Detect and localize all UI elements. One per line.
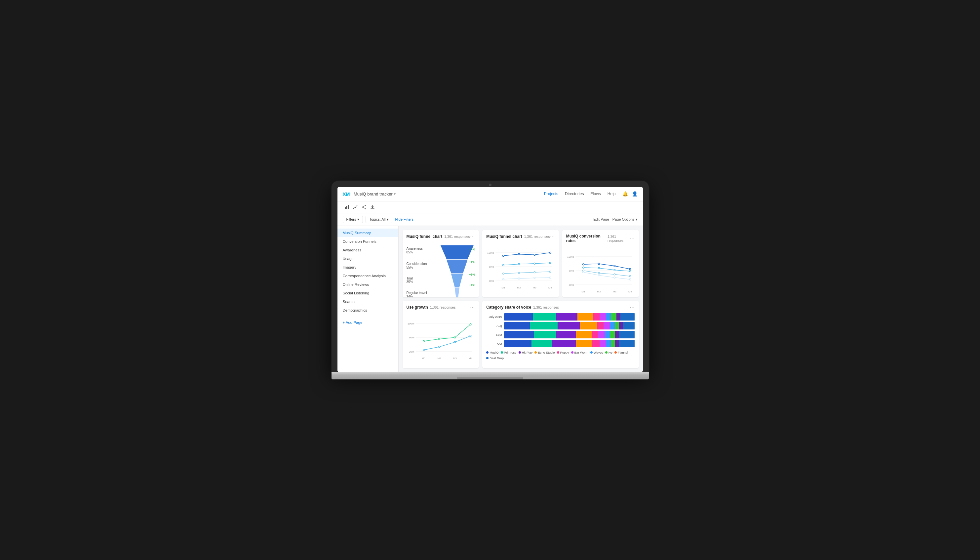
bar-seg-beatdrop-sept [619, 331, 635, 338]
conversion-rates-title: MusiQ conversion rates [566, 234, 606, 243]
chevron-down-icon[interactable]: ▾ [394, 192, 395, 196]
svg-point-57 [598, 267, 600, 269]
bar-seg-musiq-aug [504, 322, 530, 330]
sidebar-item-usage[interactable]: Usage [337, 254, 398, 263]
share-icon[interactable] [360, 203, 368, 211]
use-growth-svg: 100% 60% 20% M1 M2 M3 M4 [407, 313, 475, 368]
bell-icon[interactable]: 🔔 [622, 191, 628, 197]
svg-line-7 [363, 207, 365, 208]
bar-seg-poppy-sept [591, 331, 598, 338]
sidebar-item-awareness[interactable]: Awareness [337, 246, 398, 254]
bar-label-aug: Aug [486, 324, 502, 327]
funnel-label-awareness: Awareness 85% [407, 242, 436, 258]
nav-directories[interactable]: Directories [565, 192, 584, 196]
funnel-line-chart-header: MusiQ funnel chart 1,361 responses ··· [486, 234, 555, 239]
svg-point-65 [598, 275, 600, 276]
category-share-title: Category share of voice [486, 305, 531, 310]
svg-text:100%: 100% [487, 251, 494, 254]
download-icon[interactable] [369, 203, 377, 211]
funnel-chart-title: MusiQ funnel chart [407, 234, 443, 239]
bar-seg-poppy-july [593, 313, 600, 320]
svg-point-61 [598, 272, 600, 274]
svg-point-59 [630, 270, 631, 272]
bar-label-oct: Oct [486, 342, 502, 345]
bar-seg-poppy-aug [597, 322, 603, 330]
category-share-menu[interactable]: ··· [630, 305, 635, 310]
nav-icons: 🔔 👤 [622, 191, 638, 197]
legend-beatdrop: Beat Drop [486, 356, 504, 360]
bar-seg-waves-july [606, 313, 611, 320]
svg-point-64 [582, 271, 584, 273]
hide-filters-link[interactable]: Hide Filters [395, 217, 414, 221]
use-growth-card: Use growth 1,361 responses ··· 100% 60% [403, 301, 479, 368]
svg-point-84 [454, 342, 455, 343]
nav-projects[interactable]: Projects [544, 192, 558, 196]
svg-point-52 [582, 263, 584, 265]
bar-row-oct: Oct [486, 340, 635, 347]
toolbar [337, 202, 643, 213]
sidebar-item-search[interactable]: Search [337, 297, 398, 306]
use-growth-menu[interactable]: ··· [470, 305, 475, 310]
bar-seg-ivy-oct [611, 340, 615, 347]
sidebar-item-correspondence-analysis[interactable]: Correspondence Analysis [337, 272, 398, 280]
svg-text:M4: M4 [548, 286, 552, 289]
xm-logo[interactable]: XM [343, 191, 350, 197]
edit-page-link[interactable]: Edit Page [593, 217, 609, 222]
page-options-chevron-icon: ▾ [636, 217, 638, 222]
svg-text:M2: M2 [597, 290, 601, 293]
nav-help[interactable]: Help [608, 192, 616, 196]
funnel-container: Awareness 85% Consideration 55% Trial [407, 242, 475, 297]
bar-seg-primrose-aug [530, 322, 558, 330]
user-icon[interactable]: 👤 [632, 191, 638, 197]
nav-right: Projects Directories Flows Help 🔔 👤 [544, 191, 638, 197]
topics-button[interactable]: Topics: All ▾ [365, 216, 392, 223]
bar-chart-icon[interactable] [343, 203, 350, 211]
bar-seg-primrose-july [533, 313, 556, 320]
svg-rect-0 [345, 207, 346, 209]
line-chart-icon[interactable] [351, 203, 359, 211]
topics-label: Topics: All [369, 217, 385, 221]
category-share-responses: 1,361 responses [533, 305, 559, 309]
bar-seg-hitplay-aug [558, 322, 580, 330]
svg-point-26 [503, 255, 504, 257]
bar-seg-flannel-oct [615, 340, 619, 347]
bar-track-sept [504, 331, 635, 338]
svg-point-32 [534, 263, 535, 264]
add-page-button[interactable]: + Add Page [337, 317, 398, 328]
category-share-bars: July 2019 [486, 313, 635, 347]
conversion-rates-header: MusiQ conversion rates 1,361 responses ·… [566, 234, 635, 243]
sidebar-item-demographics[interactable]: Demographics [337, 306, 398, 315]
sidebar-item-social-listening[interactable]: Social Listening [337, 289, 398, 297]
bar-seg-echo-aug [580, 322, 596, 330]
sidebar-item-online-reviews[interactable]: Online Reviews [337, 280, 398, 289]
svg-rect-2 [348, 205, 349, 209]
funnel-line-chart-menu[interactable]: ··· [550, 234, 555, 239]
bar-seg-flannel-july [616, 313, 620, 320]
nav-flows[interactable]: Flows [590, 192, 601, 196]
filters-button[interactable]: Filters ▾ [343, 216, 363, 223]
main-layout: MusiQ Summary Conversion Funnels Awarene… [337, 226, 643, 372]
legend-earworm: Ear Worm [571, 351, 589, 354]
page-options-button[interactable]: Page Options ▾ [613, 217, 638, 222]
svg-text:60%: 60% [568, 269, 574, 272]
svg-text:M1: M1 [581, 290, 585, 293]
sidebar-item-conversion-funnels[interactable]: Conversion Funnels [337, 237, 398, 246]
sidebar-item-musiq-summary[interactable]: MusiQ Summary [337, 228, 398, 237]
svg-point-67 [630, 278, 631, 280]
funnel-chart-menu[interactable]: ··· [470, 234, 475, 239]
svg-point-36 [534, 271, 535, 273]
conversion-rates-menu[interactable]: ··· [630, 236, 635, 241]
svg-text:20%: 20% [568, 283, 574, 286]
sidebar-item-imagery[interactable]: Imagery [337, 263, 398, 272]
app-title-text: MusiQ brand tracker [354, 192, 393, 197]
svg-text:60%: 60% [489, 265, 494, 268]
legend-poppy: Poppy [557, 351, 569, 354]
svg-text:M3: M3 [533, 286, 537, 289]
funnel-line-chart-svg: 100% 60% 20% M1 M2 M3 M4 [486, 242, 555, 297]
filter-bar: Filters ▾ Topics: All ▾ Hide Filters Edi… [337, 213, 643, 226]
svg-point-85 [470, 335, 471, 337]
sidebar: MusiQ Summary Conversion Funnels Awarene… [337, 226, 399, 372]
bar-seg-beatdrop-july [620, 313, 635, 320]
bar-seg-earworm-aug [603, 322, 610, 330]
svg-text:M2: M2 [437, 357, 441, 360]
